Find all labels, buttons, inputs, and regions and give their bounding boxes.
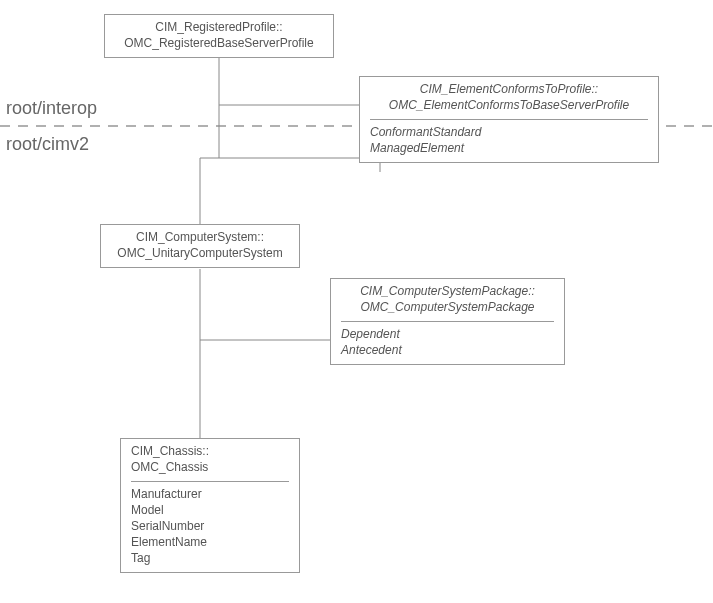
class-divider bbox=[370, 119, 648, 120]
class-title-line1: CIM_ComputerSystem:: bbox=[111, 229, 289, 245]
class-title-line1: CIM_ElementConformsToProfile:: bbox=[370, 81, 648, 97]
class-box-registered-profile: CIM_RegisteredProfile:: OMC_RegisteredBa… bbox=[104, 14, 334, 58]
class-box-computer-system: CIM_ComputerSystem:: OMC_UnitaryComputer… bbox=[100, 224, 300, 268]
namespace-label-top: root/interop bbox=[6, 98, 97, 119]
class-title-line2: OMC_RegisteredBaseServerProfile bbox=[115, 35, 323, 51]
class-box-computer-system-package: CIM_ComputerSystemPackage:: OMC_Computer… bbox=[330, 278, 565, 365]
class-divider bbox=[131, 481, 289, 482]
namespace-label-bottom: root/cimv2 bbox=[6, 134, 89, 155]
class-attr: ConformantStandard bbox=[370, 124, 648, 140]
class-title-line1: CIM_ComputerSystemPackage:: bbox=[341, 283, 554, 299]
class-attr: ManagedElement bbox=[370, 140, 648, 156]
class-box-element-conforms: CIM_ElementConformsToProfile:: OMC_Eleme… bbox=[359, 76, 659, 163]
class-attr: Dependent bbox=[341, 326, 554, 342]
class-attr: Tag bbox=[131, 550, 289, 566]
class-divider bbox=[341, 321, 554, 322]
class-attr: Model bbox=[131, 502, 289, 518]
class-title-line1: CIM_Chassis:: bbox=[131, 443, 289, 459]
class-title-line2: OMC_Chassis bbox=[131, 459, 289, 475]
class-title-line2: OMC_ElementConformsToBaseServerProfile bbox=[370, 97, 648, 113]
class-attr: ElementName bbox=[131, 534, 289, 550]
class-attr: Antecedent bbox=[341, 342, 554, 358]
class-attr: SerialNumber bbox=[131, 518, 289, 534]
class-box-chassis: CIM_Chassis:: OMC_Chassis Manufacturer M… bbox=[120, 438, 300, 573]
class-title-line1: CIM_RegisteredProfile:: bbox=[115, 19, 323, 35]
class-title-line2: OMC_UnitaryComputerSystem bbox=[111, 245, 289, 261]
class-title-line2: OMC_ComputerSystemPackage bbox=[341, 299, 554, 315]
class-attr: Manufacturer bbox=[131, 486, 289, 502]
